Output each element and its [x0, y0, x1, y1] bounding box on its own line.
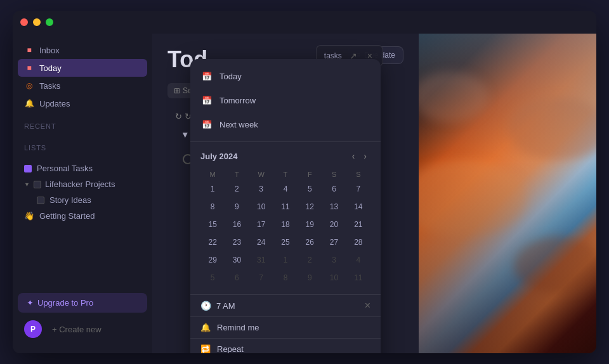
- sidebar-item-tasks[interactable]: ◎ Tasks: [18, 77, 147, 94]
- lists-label: Lists: [24, 144, 141, 152]
- calendar-day-1-1[interactable]: 9: [225, 198, 249, 216]
- calendar-day-1-2[interactable]: 10: [249, 198, 273, 216]
- shortcut-next-week[interactable]: 📅 Next week: [190, 112, 381, 136]
- inbox-icon: ■: [24, 45, 34, 55]
- calendar-day-1-3[interactable]: 11: [273, 198, 298, 216]
- calendar-day-5-3[interactable]: 8: [273, 269, 298, 287]
- shortcut-today-label: Today: [219, 72, 242, 81]
- getting-started-icon: 👋: [24, 211, 34, 221]
- calendar-day-2-1[interactable]: 16: [225, 216, 249, 233]
- calendar-day-5-1[interactable]: 6: [225, 269, 249, 287]
- maximize-button[interactable]: [46, 18, 53, 26]
- new-task-icon: ↻: [175, 112, 182, 121]
- calendar-day-3-1[interactable]: 23: [225, 233, 249, 251]
- time-section[interactable]: 🕐 7 AM ×: [190, 294, 381, 316]
- calendar-day-2-0[interactable]: 15: [200, 216, 225, 233]
- sidebar-section-recent: Recent: [13, 122, 152, 134]
- repeat-row[interactable]: 🔁 Repeat: [190, 338, 381, 353]
- see-icon: ⊞: [174, 86, 180, 95]
- list-item-personal[interactable]: Personal Tasks: [18, 160, 147, 176]
- app-window: ■ Inbox ■ Today ◎ Tasks 🔔 Updates: [13, 11, 596, 353]
- today-icon: ■: [24, 63, 34, 73]
- remind-me-row[interactable]: 🔔 Remind me: [190, 316, 381, 338]
- close-button[interactable]: [20, 18, 28, 26]
- calendar-day-0-5[interactable]: 6: [322, 180, 346, 198]
- calendar-day-2-4[interactable]: 19: [298, 216, 322, 233]
- calendar-day-5-0[interactable]: 5: [200, 269, 225, 287]
- calendar-day-5-6[interactable]: 11: [346, 269, 370, 287]
- sub-list-lifehacker: Story Ideas: [18, 192, 147, 208]
- calendar-next-button[interactable]: ›: [360, 150, 370, 162]
- list-item-lifehacker[interactable]: ▼ Lifehacker Projects: [18, 176, 147, 192]
- user-row: P + Create new: [18, 318, 147, 341]
- sidebar-item-today[interactable]: ■ Today: [18, 59, 147, 77]
- sidebar-item-updates[interactable]: 🔔 Updates: [18, 94, 147, 112]
- list-label-personal: Personal Tasks: [37, 164, 93, 173]
- title-bar: [13, 11, 596, 34]
- calendar-day-0-4[interactable]: 5: [298, 180, 322, 198]
- calendar-section: July 2024 ‹ › M T W: [190, 142, 381, 294]
- calendar-day-4-0[interactable]: 29: [200, 251, 225, 269]
- upgrade-button[interactable]: ✦ Upgrade to Pro: [18, 293, 147, 313]
- shortcut-tomorrow-icon: 📅: [200, 94, 213, 107]
- sky-overlay: [419, 34, 596, 353]
- calendar-day-2-3[interactable]: 18: [273, 216, 298, 233]
- updates-icon: 🔔: [24, 98, 34, 108]
- create-new-button[interactable]: + Create new: [46, 321, 108, 338]
- time-clear-button[interactable]: ×: [365, 300, 370, 311]
- calendar-day-1-0[interactable]: 8: [200, 198, 225, 216]
- list-label-getting-started: Getting Started: [39, 211, 95, 221]
- calendar-day-4-3[interactable]: 1: [273, 251, 298, 269]
- sidebar-item-inbox[interactable]: ■ Inbox: [18, 41, 147, 59]
- calendar-day-1-6[interactable]: 14: [346, 198, 370, 216]
- calendar-day-0-6[interactable]: 7: [346, 180, 370, 198]
- sidebar: ■ Inbox ■ Today ◎ Tasks 🔔 Updates: [13, 34, 152, 353]
- calendar-day-0-2[interactable]: 3: [249, 180, 273, 198]
- calendar-day-4-5[interactable]: 3: [322, 251, 346, 269]
- calendar-day-5-2[interactable]: 7: [249, 269, 273, 287]
- calendar-day-0-3[interactable]: 4: [273, 180, 298, 198]
- calendar-day-4-2[interactable]: 31: [249, 251, 273, 269]
- recent-label: Recent: [24, 122, 141, 130]
- calendar-day-0-0[interactable]: 1: [200, 180, 225, 198]
- calendar-day-1-5[interactable]: 13: [322, 198, 346, 216]
- cal-header-m: M: [200, 169, 225, 180]
- create-new-label: + Create new: [52, 325, 102, 334]
- calendar-day-3-0[interactable]: 22: [200, 233, 225, 251]
- calendar-day-3-4[interactable]: 26: [298, 233, 322, 251]
- personal-icon: [24, 165, 32, 172]
- upgrade-icon: ✦: [27, 298, 34, 308]
- calendar-day-3-3[interactable]: 25: [273, 233, 298, 251]
- list-item-story[interactable]: Story Ideas: [30, 192, 147, 208]
- calendar-day-2-2[interactable]: 17: [249, 216, 273, 233]
- minimize-button[interactable]: [33, 18, 41, 26]
- calendar-day-4-6[interactable]: 4: [346, 251, 370, 269]
- shortcut-today[interactable]: 📅 Today: [190, 64, 381, 88]
- repeat-label: Repeat: [217, 344, 244, 353]
- date-picker: 📅 Today 📅 Tomorrow 📅 Next week: [190, 59, 381, 353]
- calendar-day-3-6[interactable]: 28: [346, 233, 370, 251]
- shortcut-tomorrow[interactable]: 📅 Tomorrow: [190, 88, 381, 112]
- calendar-header: July 2024 ‹ ›: [200, 150, 370, 162]
- calendar-day-5-4[interactable]: 9: [298, 269, 322, 287]
- bell-icon: 🔔: [200, 323, 211, 332]
- list-item-getting-started[interactable]: 👋 Getting Started: [18, 208, 147, 224]
- calendar-prev-button[interactable]: ‹: [348, 150, 359, 162]
- calendar-day-4-1[interactable]: 30: [225, 251, 249, 269]
- calendar-day-0-1[interactable]: 2: [225, 180, 249, 198]
- calendar-day-2-5[interactable]: 20: [322, 216, 346, 233]
- calendar-day-3-2[interactable]: 24: [249, 233, 273, 251]
- calendar-day-2-6[interactable]: 21: [346, 216, 370, 233]
- calendar-day-4-4[interactable]: 2: [298, 251, 322, 269]
- app-body: ■ Inbox ■ Today ◎ Tasks 🔔 Updates: [13, 34, 596, 353]
- calendar-day-3-5[interactable]: 27: [322, 233, 346, 251]
- cal-header-f: F: [298, 169, 322, 180]
- calendar-day-5-5[interactable]: 10: [322, 269, 346, 287]
- cal-header-s2: S: [346, 169, 370, 180]
- calendar-month: July 2024: [200, 152, 238, 161]
- lifehacker-icon: [34, 181, 41, 188]
- date-picker-shortcuts: 📅 Today 📅 Tomorrow 📅 Next week: [190, 59, 381, 142]
- calendar-day-1-4[interactable]: 12: [298, 198, 322, 216]
- chevron-down-icon: ▼: [24, 181, 30, 188]
- cal-header-t1: T: [225, 169, 249, 180]
